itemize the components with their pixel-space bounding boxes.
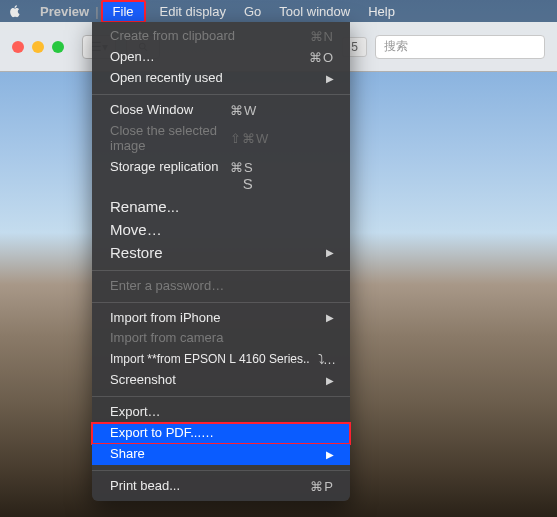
- menu-separator: [92, 94, 350, 95]
- menu-edit-display[interactable]: Edit display: [160, 4, 226, 19]
- menubar: Preview | File Edit display Go Tool wind…: [0, 0, 557, 22]
- search-placeholder: 搜索: [384, 38, 408, 55]
- submenu-arrow-icon: ▶: [326, 312, 334, 323]
- search-input[interactable]: 搜索: [375, 35, 545, 59]
- menu-help[interactable]: Help: [368, 4, 395, 19]
- menu-item-print[interactable]: Print bead... ⌘P: [92, 476, 350, 497]
- submenu-arrow-icon: ▶: [326, 73, 334, 84]
- menu-item-enter-password: Enter a password…: [92, 276, 350, 297]
- menu-item-storage-replication[interactable]: Storage replica­tion ⌘S S: [92, 157, 350, 195]
- menu-item-import-camera: Import from camera: [92, 328, 350, 349]
- separator: |: [95, 4, 98, 19]
- traffic-lights: [0, 41, 76, 53]
- menu-item-restore[interactable]: Restore ▶: [92, 241, 350, 264]
- menu-tool-window[interactable]: Tool window: [279, 4, 350, 19]
- desktop: Preview | File Edit display Go Tool wind…: [0, 0, 557, 517]
- minimize-window-button[interactable]: [32, 41, 44, 53]
- close-window-button[interactable]: [12, 41, 24, 53]
- import-device-icon: ⤵…: [318, 352, 334, 367]
- menu-item-export[interactable]: Export…: [92, 402, 350, 423]
- menu-item-open-recent[interactable]: Open recently used ▶: [92, 68, 350, 89]
- menu-item-import-epson[interactable]: Import **from EPSON L 4160 Series.. ⤵…: [92, 349, 350, 370]
- menu-item-create-from-clipboard: Create from clipboard ⌘N: [92, 26, 350, 47]
- menu-separator: [92, 396, 350, 397]
- menu-item-screenshot[interactable]: Screenshot ▶: [92, 370, 350, 391]
- menu-item-share[interactable]: Share ▶: [92, 444, 350, 465]
- zoom-window-button[interactable]: [52, 41, 64, 53]
- menu-item-export-to-pdf[interactable]: Export to PDF...…: [92, 423, 350, 444]
- menu-item-rename[interactable]: Rename...: [92, 195, 350, 218]
- menu-item-close-selected-image: Close the selected image ⇧⌘W: [92, 121, 350, 157]
- menu-separator: [92, 270, 350, 271]
- menu-item-move[interactable]: Move…: [92, 218, 350, 241]
- menu-item-close-window[interactable]: Close Win­dow ⌘W: [92, 100, 350, 121]
- menu-go[interactable]: Go: [244, 4, 261, 19]
- menu-separator: [92, 302, 350, 303]
- submenu-arrow-icon: ▶: [326, 449, 334, 460]
- menu-file[interactable]: File: [101, 0, 146, 23]
- submenu-arrow-icon: ▶: [326, 375, 334, 386]
- apple-menu-icon[interactable]: [8, 4, 22, 18]
- app-name: Preview: [40, 4, 89, 19]
- menu-item-import-iphone[interactable]: Import from iPhone ▶: [92, 308, 350, 329]
- file-menu-dropdown: Create from clipboard ⌘N Open… ⌘O Open r…: [92, 22, 350, 501]
- menu-separator: [92, 470, 350, 471]
- menu-item-open[interactable]: Open… ⌘O: [92, 47, 350, 68]
- submenu-arrow-icon: ▶: [326, 247, 334, 258]
